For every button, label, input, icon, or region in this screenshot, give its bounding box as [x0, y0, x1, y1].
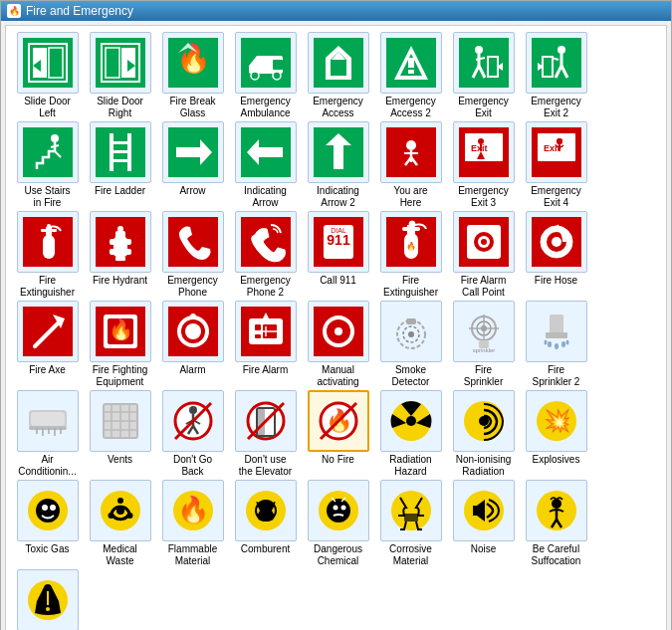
item-fire-fighting[interactable]: 🔥 Fire FightingEquipment	[85, 301, 155, 388]
svg-point-159	[544, 340, 547, 345]
icon-dangerous-chemical	[308, 480, 369, 541]
item-emergency-access-2[interactable]: EmergencyAccess 2	[375, 32, 446, 119]
item-smoke-detector[interactable]: SmokeDetector	[375, 301, 446, 388]
item-emergency-phone-2[interactable]: EmergencyPhone 2	[230, 211, 301, 299]
icon-arrow	[162, 121, 224, 183]
svg-text:🔥: 🔥	[175, 42, 210, 75]
item-fire-extinguisher-2[interactable]: 🔥 FireExtinguisher	[375, 211, 446, 299]
item-fire-alarm[interactable]: Fire Alarm	[230, 301, 301, 388]
item-dont-use-elevator[interactable]: Don't usethe Elevator	[230, 390, 301, 478]
svg-text:+: +	[260, 60, 266, 71]
item-flammable[interactable]: 🔥 FlammableMaterial	[157, 480, 228, 567]
label-flammable: FlammableMaterial	[168, 543, 217, 567]
svg-text:sprinkler: sprinkler	[472, 347, 495, 353]
label-emergency-phone-2: EmergencyPhone 2	[240, 275, 291, 299]
item-manual-activating[interactable]: Manualactivating	[303, 301, 373, 388]
svg-rect-93	[115, 231, 125, 239]
svg-point-112	[481, 239, 487, 245]
item-radiation-hazard[interactable]: RadiationHazard	[375, 390, 446, 478]
item-dangerous-chemical[interactable]: DangerousChemical	[303, 480, 373, 567]
svg-rect-5	[96, 38, 145, 88]
item-explosives[interactable]: 💥 Explosives	[521, 390, 591, 478]
item-fire-extinguisher[interactable]: FireExtinguisher	[12, 211, 83, 299]
item-air-conditioning[interactable]: AirConditionin...	[12, 390, 83, 478]
icon-fire-hydrant	[90, 211, 151, 273]
item-fire-axe[interactable]: Fire Axe	[12, 301, 83, 388]
item-toxic-gas[interactable]: Toxic Gas	[12, 480, 83, 567]
svg-rect-28	[408, 70, 414, 74]
item-fire-sprinkler-2[interactable]: FireSprinkler 2	[521, 301, 591, 388]
icon-emergency-phone	[162, 211, 224, 273]
item-dont-go-back[interactable]: Don't GoBack	[157, 390, 228, 478]
item-indicating-arrow-2[interactable]: IndicatingArrow 2	[303, 121, 373, 209]
item-fire-ladder[interactable]: Fire Ladder	[85, 121, 155, 209]
icon-use-stairs	[17, 121, 79, 183]
item-noise[interactable]: Noise	[448, 480, 519, 567]
item-use-stairs[interactable]: Use Stairsin Fire	[12, 121, 83, 209]
svg-rect-105	[402, 227, 420, 231]
svg-rect-144	[406, 318, 416, 324]
label-explosives: Explosives	[533, 454, 580, 466]
svg-point-213	[117, 498, 123, 504]
icon-emergency-ambulance: +	[235, 32, 297, 94]
item-fire-hose[interactable]: Fire Hose	[521, 211, 591, 299]
svg-point-16	[251, 72, 259, 80]
svg-point-143	[408, 331, 414, 337]
svg-text:🔥: 🔥	[177, 494, 210, 525]
svg-rect-96	[168, 217, 218, 267]
item-corrosive[interactable]: CorrosiveMaterial	[375, 480, 446, 567]
icon-dont-go-back	[162, 390, 224, 452]
svg-rect-36	[489, 58, 497, 76]
item-fire-sprinkler[interactable]: sprinkler FireSprinkler	[448, 301, 519, 388]
label-call-911: Call 911	[320, 275, 356, 287]
item-be-careful-suffocation[interactable]: Be CarefulSuffocation	[521, 480, 591, 567]
item-slide-door-left[interactable]: Slide DoorLeft	[12, 32, 83, 119]
item-emergency-exit-4[interactable]: Exit EmergencyExit 4	[521, 121, 591, 209]
item-vents[interactable]: Vents	[85, 390, 155, 478]
icon-explosives: 💥	[526, 390, 587, 452]
svg-point-88	[47, 224, 51, 228]
item-emergency-exit-2[interactable]: EmergencyExit 2	[521, 32, 591, 119]
label-dont-go-back: Don't GoBack	[173, 454, 212, 478]
item-medical-waste[interactable]: MedicalWaste	[85, 480, 155, 567]
item-no-fire[interactable]: 🔥 No Fire	[303, 390, 373, 478]
svg-point-116	[552, 237, 561, 247]
item-arrow[interactable]: Arrow	[157, 121, 228, 209]
svg-text:DIAL: DIAL	[331, 227, 346, 234]
label-emergency-exit: EmergencyExit	[458, 96, 509, 119]
icon-grid: Slide DoorLeft Slide DoorRight	[12, 32, 660, 630]
svg-point-39	[558, 46, 565, 54]
svg-point-127	[190, 314, 196, 319]
item-alarm[interactable]: Alarm	[157, 301, 228, 388]
item-emergency-ambulance[interactable]: + EmergencyAmbulance	[230, 32, 301, 119]
icon-smoke-detector	[380, 301, 442, 362]
item-harmful-goods[interactable]: HarmfulGoods	[12, 569, 83, 630]
item-you-are-here[interactable]: You areHere	[375, 121, 446, 209]
item-emergency-exit[interactable]: EmergencyExit	[448, 32, 519, 119]
item-slide-door-right[interactable]: Slide DoorRight	[85, 32, 155, 119]
svg-point-17	[273, 72, 281, 80]
item-indicating-arrow[interactable]: IndicatingArrow	[230, 121, 301, 209]
item-emergency-phone[interactable]: EmergencyPhone	[157, 211, 228, 299]
item-fire-alarm-call[interactable]: Fire AlarmCall Point	[448, 211, 519, 299]
svg-point-214	[126, 513, 132, 519]
svg-rect-92	[110, 249, 131, 255]
label-toxic-gas: Toxic Gas	[26, 543, 70, 555]
svg-point-224	[327, 499, 350, 523]
label-fire-extinguisher: FireExtinguisher	[20, 275, 75, 299]
svg-text:🔥: 🔥	[108, 317, 132, 341]
item-call-911[interactable]: 911 DIAL Call 911	[303, 211, 373, 299]
label-emergency-exit-4: EmergencyExit 4	[531, 185, 581, 209]
item-emergency-access[interactable]: EmergencyAccess	[303, 32, 373, 119]
label-indicating-arrow: IndicatingArrow	[244, 185, 287, 209]
item-fire-break-glass[interactable]: 🔥 Fire BreakGlass	[157, 32, 228, 119]
item-emergency-exit-3[interactable]: Exit EmergencyExit 3	[448, 121, 519, 209]
svg-point-94	[117, 226, 123, 232]
label-emergency-phone: EmergencyPhone	[167, 275, 218, 299]
icon-fire-extinguisher	[17, 211, 79, 273]
label-emergency-ambulance: EmergencyAmbulance	[240, 96, 291, 119]
item-fire-hydrant[interactable]: Fire Hydrant	[85, 211, 155, 299]
item-non-ionising[interactable]: Non-ionisingRadiation	[448, 390, 519, 478]
svg-rect-55	[110, 150, 131, 153]
item-comburent[interactable]: Comburent	[230, 480, 301, 567]
